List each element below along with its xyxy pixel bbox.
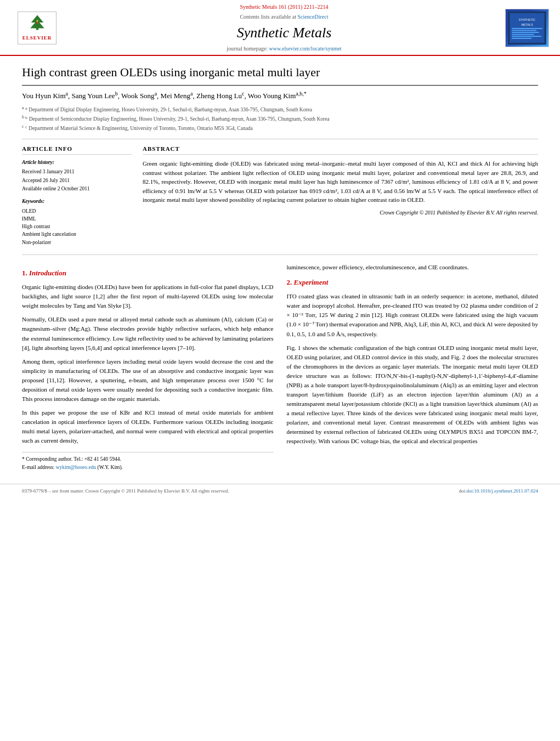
- affil-c: c ᶜ Department of Material Science & Eng…: [22, 123, 538, 132]
- article-info-abstract: ARTICLE INFO Article history: Received 3…: [22, 145, 538, 255]
- section2-heading: 2. Experiment: [287, 278, 539, 287]
- section2-title: Experiment: [294, 278, 329, 286]
- available-date: Available online 2 October 2011: [22, 185, 132, 193]
- contents-line: Contents lists available at ScienceDirec…: [74, 13, 494, 21]
- body-para-2: Normally, OLEDs used a pure metal or all…: [22, 315, 274, 352]
- journal-name: Synthetic Metals: [74, 23, 494, 43]
- homepage-url[interactable]: www.elsevier.com/locate/synmet: [269, 46, 342, 52]
- svg-rect-11: [512, 34, 534, 35]
- article-content: High contrast green OLEDs using inorgani…: [0, 56, 560, 483]
- page-wrapper: ELSEVIER Synthetic Metals 161 (2011) 221…: [0, 0, 560, 497]
- affiliations: a ᵃ Department of Digital Display Engine…: [22, 105, 538, 139]
- contents-label: Contents lists available at: [240, 14, 296, 20]
- elsevier-label: ELSEVIER: [22, 35, 52, 42]
- doi-link[interactable]: doi:10.1016/j.synthmet.2011.07.024: [467, 488, 538, 494]
- keyword-1: OLED: [22, 208, 132, 215]
- article-history-label: Article history:: [22, 159, 132, 166]
- footnote-area: * Corresponding author. Tel.: +82 41 540…: [22, 452, 274, 472]
- elsevier-tree-icon: [26, 14, 48, 31]
- logo-box: ELSEVIER: [18, 12, 57, 44]
- affil-b: b ᵇ Department of Semiconductor Display …: [22, 114, 538, 123]
- article-info-heading: ARTICLE INFO: [22, 145, 132, 155]
- keywords-section: Keywords: OLED IMML High contrast Ambien…: [22, 198, 132, 246]
- footer-doi: doi:doi:10.1016/j.synthmet.2011.07.024: [459, 488, 538, 495]
- body-para-4: In this paper we propose the use of KBr …: [22, 408, 274, 445]
- header-center: Synthetic Metals 161 (2011) 2211–2214 Co…: [63, 3, 505, 53]
- keyword-5: Non-polarizer: [22, 239, 132, 246]
- email-link[interactable]: wykim@hoseo.edu: [56, 465, 96, 470]
- section2-num: 2.: [287, 278, 292, 286]
- body-para-3: Among them, optical interference layers …: [22, 357, 274, 404]
- keywords-label: Keywords:: [22, 198, 132, 205]
- svg-text:SYNTHETIC: SYNTHETIC: [519, 19, 536, 22]
- svg-text:METALS: METALS: [521, 24, 533, 27]
- footer-issn: 0379-6779/$ – see front matter. Crown Co…: [22, 488, 229, 495]
- footnote-email: E-mail address: wykim@hoseo.edu (W.Y. Ki…: [22, 464, 274, 471]
- keyword-2: IMML: [22, 216, 132, 223]
- svg-point-2: [36, 20, 38, 22]
- svg-rect-10: [512, 32, 539, 33]
- svg-rect-8: [512, 28, 542, 29]
- homepage-label: journal homepage:: [227, 46, 268, 52]
- journal-reference: Synthetic Metals 161 (2011) 2211–2214: [74, 3, 494, 11]
- article-info-col: ARTICLE INFO Article history: Received 3…: [22, 145, 132, 247]
- authors-line: You Hyun Kima, Sang Youn Leeb, Wook Song…: [22, 90, 538, 101]
- svg-rect-9: [512, 30, 536, 31]
- body-right-para-1: luminescence, power efficiency, electrol…: [287, 263, 539, 272]
- homepage-line: journal homepage: www.elsevier.com/locat…: [74, 45, 494, 53]
- body-right-para-3: Fig. 1 shows the schematic configuration…: [287, 343, 539, 446]
- footer-bar: 0379-6779/$ – see front matter. Crown Co…: [0, 484, 560, 498]
- section1-title: Introduction: [29, 269, 66, 277]
- keyword-3: High contrast: [22, 223, 132, 230]
- svg-rect-12: [512, 36, 541, 37]
- author-3: Wook Songa: [121, 92, 157, 100]
- abstract-text: Green organic light-emitting diode (OLED…: [143, 159, 538, 205]
- section1-num: 1.: [22, 269, 27, 277]
- abstract-copyright: Crown Copyright © 2011 Published by Else…: [143, 209, 538, 217]
- abstract-heading: ABSTRACT: [143, 145, 538, 155]
- body-left-col: 1. Introduction Organic light-emitting d…: [22, 263, 274, 473]
- body-para-1: Organic light-emitting diodes (OLEDs) ha…: [22, 282, 274, 310]
- author-4: Mei Menga: [161, 92, 193, 100]
- svg-rect-3: [36, 22, 38, 24]
- body-right-para-2: ITO coated glass was cleaned in ultrason…: [287, 292, 539, 338]
- abstract-col: ABSTRACT Green organic light-emitting di…: [143, 145, 538, 247]
- journal-header: ELSEVIER Synthetic Metals 161 (2011) 221…: [0, 0, 560, 56]
- svg-rect-13: [512, 38, 531, 39]
- journal-thumbnail: SYNTHETIC METALS: [505, 9, 549, 47]
- footnote-star: * Corresponding author. Tel.: +82 41 540…: [22, 456, 274, 463]
- keyword-4: Ambient light cancelation: [22, 231, 132, 238]
- elsevier-logo: ELSEVIER: [11, 12, 63, 44]
- author-5: Zheng Hong Luc: [196, 92, 245, 100]
- sciencedirect-link[interactable]: ScienceDirect: [297, 14, 328, 20]
- affil-a: a ᵃ Department of Digital Display Engine…: [22, 105, 538, 114]
- received-date: Received 3 January 2011: [22, 168, 132, 176]
- body-content: 1. Introduction Organic light-emitting d…: [22, 263, 538, 473]
- body-right-col: luminescence, power efficiency, electrol…: [287, 263, 539, 473]
- author-6: Woo Young Kima,b,*: [248, 92, 307, 100]
- article-title: High contrast green OLEDs using inorgani…: [22, 65, 538, 86]
- author-1: You Hyun Kima: [22, 92, 68, 100]
- author-2: Sang Youn Leeb: [72, 92, 118, 100]
- section1-heading: 1. Introduction: [22, 268, 274, 278]
- accepted-date: Accepted 26 July 2011: [22, 177, 132, 184]
